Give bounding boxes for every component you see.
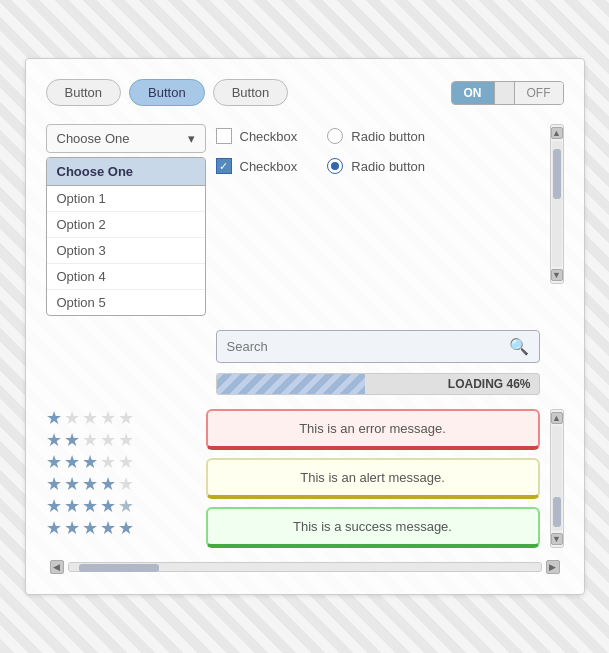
dropdown-option-5[interactable]: Option 5 [47,290,205,315]
dropdown-option-2[interactable]: Option 2 [47,212,205,238]
scroll-up-arrow[interactable]: ▲ [551,127,563,139]
star: ★ [64,475,80,493]
star-row-3: ★ ★ ★ ★ ★ [46,453,196,471]
star: ★ [82,497,98,515]
star: ★ [64,409,80,427]
dropdown-header: Choose One [47,158,205,186]
dropdown-trigger[interactable]: Choose One ▾ [46,124,206,153]
scroll-down-arrow-2[interactable]: ▼ [551,533,563,545]
star: ★ [100,519,116,537]
scroll-thumb-v2[interactable] [553,497,561,527]
scroll-thumb-v[interactable] [553,149,561,199]
checkbox-2[interactable]: ✓ Checkbox [216,158,298,174]
toggle-off[interactable]: OFF [515,82,563,104]
star: ★ [118,519,134,537]
star: ★ [64,453,80,471]
star-row-4: ★ ★ ★ ★ ★ [46,475,196,493]
button-3[interactable]: Button [213,79,289,106]
stars-messages-row: ★ ★ ★ ★ ★ ★ ★ ★ ★ ★ ★ ★ ★ ★ ★ [46,409,564,548]
star: ★ [100,497,116,515]
checkboxes-radios: Checkbox ✓ Checkbox Radio button Radio b… [216,124,426,174]
star: ★ [82,409,98,427]
progress-fill [217,374,365,394]
star: ★ [82,431,98,449]
star: ★ [100,475,116,493]
star: ★ [64,519,80,537]
toggle-on[interactable]: ON [452,82,495,104]
vertical-scrollbar[interactable]: ▲ ▼ [550,124,564,284]
radio-1[interactable]: Radio button [327,128,425,144]
checkbox-group: Checkbox ✓ Checkbox [216,128,298,174]
star: ★ [118,497,134,515]
dropdown-trigger-label: Choose One [57,131,130,146]
toggle-group: ON OFF [451,81,564,105]
dropdown-option-4[interactable]: Option 4 [47,264,205,290]
star-row-2: ★ ★ ★ ★ ★ [46,431,196,449]
stars-section: ★ ★ ★ ★ ★ ★ ★ ★ ★ ★ ★ ★ ★ ★ ★ [46,409,196,548]
star: ★ [100,409,116,427]
star: ★ [46,475,62,493]
star: ★ [82,519,98,537]
progress-row: LOADING 46% [46,373,564,395]
horizontal-scrollbar-row: ◀ ▶ [46,560,564,574]
star: ★ [46,431,62,449]
ui-panel: Button Button Button ON OFF Choose One ▾… [25,58,585,595]
dropdown-option-1[interactable]: Option 1 [47,186,205,212]
star: ★ [46,453,62,471]
star-row-6: ★ ★ ★ ★ ★ [46,519,196,537]
radio-1-label: Radio button [351,129,425,144]
button-2[interactable]: Button [129,79,205,106]
scroll-thumb-h[interactable] [79,564,159,572]
scroll-track-h [68,562,542,572]
progress-label: LOADING 46% [448,377,531,391]
radio-group: Radio button Radio button [327,128,425,174]
dropdown-arrow-icon: ▾ [188,131,195,146]
star: ★ [118,475,134,493]
radio-2-btn[interactable] [327,158,343,174]
button-1[interactable]: Button [46,79,122,106]
radio-1-btn[interactable] [327,128,343,144]
checkbox-1-box[interactable] [216,128,232,144]
search-row: 🔍 [46,330,564,363]
radio-2[interactable]: Radio button [327,158,425,174]
scroll-up-arrow-2[interactable]: ▲ [551,412,563,424]
star: ★ [64,497,80,515]
checkbox-2-box[interactable]: ✓ [216,158,232,174]
error-message: This is an error message. [206,409,540,450]
progress-bar: LOADING 46% [216,373,540,395]
star: ★ [82,475,98,493]
checkbox-2-label: Checkbox [240,159,298,174]
dropdown-open: Choose One Option 1 Option 2 Option 3 Op… [46,157,206,316]
star: ★ [118,409,134,427]
scroll-left-arrow[interactable]: ◀ [50,560,64,574]
star: ★ [118,431,134,449]
star-row-5: ★ ★ ★ ★ ★ [46,497,196,515]
scroll-track-v2 [552,426,562,531]
buttons-row: Button Button Button ON OFF [46,79,564,106]
dropdown-option-3[interactable]: Option 3 [47,238,205,264]
dropdown-section: Choose One ▾ Choose One Option 1 Option … [46,124,206,316]
star: ★ [100,453,116,471]
star: ★ [46,497,62,515]
star: ★ [46,519,62,537]
vertical-scrollbar-2[interactable]: ▲ ▼ [550,409,564,548]
messages-section: This is an error message. This is an ale… [206,409,540,548]
success-message: This is a success message. [206,507,540,548]
scroll-down-arrow[interactable]: ▼ [551,269,563,281]
alert-message: This is an alert message. [206,458,540,499]
radio-2-label: Radio button [351,159,425,174]
star: ★ [118,453,134,471]
star: ★ [82,453,98,471]
search-input[interactable] [227,339,503,354]
star: ★ [100,431,116,449]
checkbox-1-label: Checkbox [240,129,298,144]
search-box: 🔍 [216,330,540,363]
checkbox-1[interactable]: Checkbox [216,128,298,144]
star: ★ [64,431,80,449]
star-row-1: ★ ★ ★ ★ ★ [46,409,196,427]
search-icon: 🔍 [509,337,529,356]
scroll-track-v [552,141,562,267]
star: ★ [46,409,62,427]
scroll-right-arrow[interactable]: ▶ [546,560,560,574]
